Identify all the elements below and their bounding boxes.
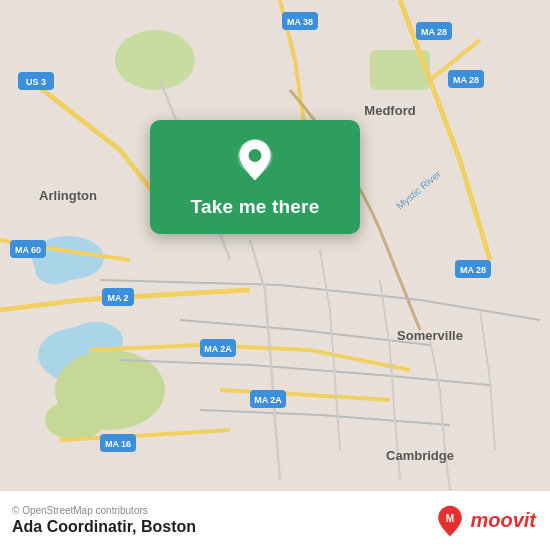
svg-text:MA 2: MA 2 [107, 293, 128, 303]
svg-point-8 [45, 400, 105, 440]
svg-text:MA 38: MA 38 [287, 17, 313, 27]
svg-text:Arlington: Arlington [39, 188, 97, 203]
location-pin-icon [232, 138, 278, 184]
popup-card: Take me there [150, 120, 360, 234]
footer-info: © OpenStreetMap contributors Ada Coordin… [12, 505, 196, 536]
location-name: Ada Coordinatir, Boston [12, 518, 196, 536]
footer-bar: © OpenStreetMap contributors Ada Coordin… [0, 490, 550, 550]
svg-text:MA 2A: MA 2A [204, 344, 232, 354]
svg-text:MA 28: MA 28 [460, 265, 486, 275]
moovit-brand-label: moovit [470, 509, 536, 532]
svg-text:M: M [446, 512, 454, 523]
svg-text:US 3: US 3 [26, 77, 46, 87]
svg-text:MA 16: MA 16 [105, 439, 131, 449]
svg-text:MA 60: MA 60 [15, 245, 41, 255]
svg-text:MA 2A: MA 2A [254, 395, 282, 405]
take-me-there-button[interactable]: Take me there [191, 196, 320, 218]
svg-point-2 [35, 256, 75, 284]
map-attribution: © OpenStreetMap contributors [12, 505, 196, 516]
svg-point-5 [115, 30, 195, 90]
svg-text:MA 28: MA 28 [421, 27, 447, 37]
svg-text:Medford: Medford [364, 103, 415, 118]
map-container: US 3 MA 28 MA 28 MA 28 MA 38 MA 60 MA 2 … [0, 0, 550, 490]
moovit-icon: M [434, 505, 466, 537]
svg-text:MA 28: MA 28 [453, 75, 479, 85]
moovit-logo: M moovit [434, 505, 536, 537]
map-background: US 3 MA 28 MA 28 MA 28 MA 38 MA 60 MA 2 … [0, 0, 550, 490]
svg-point-36 [249, 149, 262, 162]
svg-text:Somerville: Somerville [397, 328, 463, 343]
svg-text:Cambridge: Cambridge [386, 448, 454, 463]
